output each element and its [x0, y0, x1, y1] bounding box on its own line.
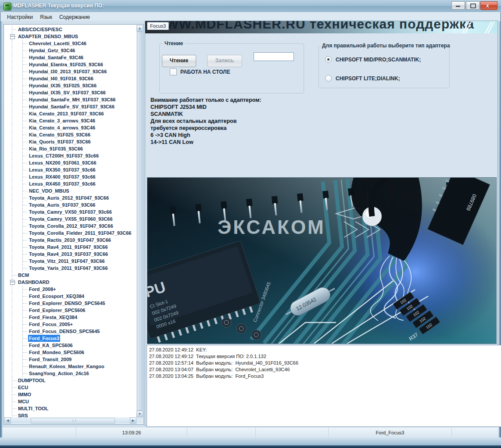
tree-item[interactable]: Lexus_RX450_91F037_93c66 [4, 180, 136, 187]
maximize-button[interactable] [466, 1, 480, 10]
radio-button[interactable] [325, 75, 332, 82]
tree-guide-line [12, 82, 12, 89]
close-button[interactable]: x [480, 1, 497, 10]
tree-item[interactable]: Toyota_Corolla_2012_91F047_93C66 [4, 222, 136, 229]
tree-item[interactable]: Hyundai_SantaFe_MH_91F037_93C66 [4, 96, 136, 103]
tree-item[interactable]: Renault_Koleos_Master_Kangoo [4, 363, 136, 370]
tree-item[interactable]: Kia_Quoris_91F037_93C66 [4, 138, 136, 145]
tree-item[interactable]: Ford_Focus_2005+ [4, 321, 136, 328]
menu-item[interactable]: Настройки [4, 14, 36, 21]
tree-item[interactable]: Toyota_Corolla_Fielder_2011_91F047_93C66 [4, 229, 136, 237]
tree-item[interactable]: Toyota_Camry_VX55_91F060_93C66 [4, 215, 136, 222]
tree-item[interactable]: Kia_Rio_91F035_93C66 [4, 145, 136, 152]
tree-item-label: Hyundai_SantaFe_MH_91F037_93C66 [28, 96, 116, 103]
tree-item[interactable]: Toyota_Auris_91F037_93C66 [4, 201, 136, 208]
tree-item[interactable]: Ford_Mondeo_SPC5606 [4, 349, 136, 356]
menu-item[interactable]: Язык [37, 14, 55, 21]
module-tree[interactable]: ABS/CDC/ESP/ESCADAPTER_DENSO_MBUSChevrol… [4, 25, 136, 417]
scroll-down-icon[interactable]: ▼ [136, 411, 143, 417]
tree-item[interactable]: Ford_Explorer_DENSO_SPC5645 [4, 300, 136, 307]
log-line: 27.08.2020 12:49:12 Текущая вверсия ПО: … [149, 353, 499, 360]
tree-item[interactable]: MCU [4, 398, 136, 405]
tree-item[interactable]: Hyundai_SantaFe_SV_91F037_93C66 [4, 103, 136, 110]
tree-item[interactable]: Toyota_Ractis_2010_91F047_93C66 [4, 237, 136, 244]
tree-item[interactable]: SsangYong_Action_24c16 [4, 370, 136, 377]
write-button[interactable]: Запись [207, 55, 242, 67]
scroll-right-icon[interactable]: ▶ [130, 417, 136, 424]
tree-item[interactable]: Kia_Cerato_91F025_93C66 [4, 131, 136, 138]
tree-item[interactable]: Toyota_Rav4_2013_91F037_93C66 [4, 251, 136, 258]
tree-item[interactable]: Kia_Cerato_4_arrows_93C46 [4, 124, 136, 131]
read-button[interactable]: Чтение [162, 55, 196, 67]
tree-item[interactable]: Lexus_NX200_91F061_93C66 [4, 159, 136, 166]
tab-focus3[interactable]: Focus3 [147, 22, 169, 30]
vertical-scrollbar[interactable]: ▲ ▼ [136, 25, 143, 417]
tree-item[interactable]: Lexus_RX400_91F037_93c66 [4, 173, 136, 180]
tree-guide-line [12, 96, 12, 103]
tree-guide-line [12, 244, 12, 251]
tree-item[interactable]: Hyundai_I30_2013_91F037_93C66 [4, 68, 136, 75]
tree-item[interactable]: Hyundai_Elantra_91F025_93C66 [4, 61, 136, 68]
tree-item[interactable]: Chevrolet_Lacetti_93C46 [4, 40, 136, 47]
tree-item[interactable]: Toyota_Auris_2012_91F047_93C66 [4, 194, 136, 201]
tree-item[interactable]: Ford_Focus_DENSO_SPC5645 [4, 328, 136, 335]
collapse-icon[interactable] [10, 280, 15, 285]
tree-item[interactable]: Lexus_CT200H_91F037_93c66 [4, 152, 136, 159]
tree-guide-stub [23, 296, 27, 297]
log-output[interactable]: 27.08.2020 12:49:12 KEY:27.08.2020 12:49… [147, 345, 501, 427]
tree-item[interactable]: Ford_KA_SPC5606 [4, 342, 136, 349]
tree-item[interactable]: Kia_Cerato_3_arrows_93C46 [4, 117, 136, 124]
tree-item[interactable]: ABS/CDC/ESP/ESC [4, 26, 136, 33]
status-cell [256, 427, 329, 438]
tree-item[interactable]: Ford_Fiesta_XEQ384 [4, 314, 136, 321]
tree-item[interactable]: Toyota_Rav4_2011_91F047_93C66 [4, 244, 136, 251]
collapse-icon[interactable] [10, 34, 15, 39]
tree-item[interactable]: Hyundai_I40_91F016_93C66 [4, 75, 136, 82]
tree-item[interactable]: Toyota_Camry_VX50_91F037_93c66 [4, 208, 136, 215]
tree-item[interactable]: Lexus_RX350_91F037_93c66 [4, 166, 136, 173]
tree-guide-line [12, 293, 12, 300]
tree-guide-stub [23, 359, 27, 360]
vertical-scroll-thumb[interactable] [137, 32, 143, 411]
minimize-button[interactable] [451, 1, 465, 10]
tree-item[interactable]: Ford_Ecosport_XEQ384 [4, 293, 136, 300]
tree-item[interactable]: Hyndai_Getz_93C46 [4, 47, 136, 54]
scroll-up-icon[interactable]: ▲ [136, 25, 143, 32]
tree-item[interactable]: Hyundai_IX35_SV_91F037_93C66 [4, 89, 136, 96]
tree-item[interactable]: Hyndai_SantaFe_93C46 [4, 54, 136, 61]
tree-item[interactable]: IMMO [4, 391, 136, 398]
horizontal-scroll-thumb[interactable] [31, 418, 115, 424]
tree-item[interactable]: NEC_VDO_MBUS [4, 187, 136, 194]
tree-item[interactable]: Toyota_Yaris_2011_91F047_93C66 [4, 265, 136, 272]
tree-item-label: Lexus_NX200_91F061_93C66 [28, 159, 97, 166]
support-banner: WWW.MDFLASHER.RU техническая поддержка [145, 21, 497, 33]
tree-item[interactable]: SRS [4, 412, 136, 417]
tree-item[interactable]: Kia_Cerato_2013_91F037_93C66 [4, 110, 136, 117]
radio-button[interactable] [325, 56, 332, 63]
tree-guide-stub [23, 128, 27, 128]
value-input[interactable] [254, 52, 294, 61]
tree-item[interactable]: ADAPTER_DENSO_MBUS [4, 33, 136, 40]
title-bar[interactable]: MDFLASHER Текущая вверсия ПО: x [0, 0, 501, 12]
tree-item[interactable]: Hyundai_IX35_91F025_93C66 [4, 82, 136, 89]
tree-guide-line [12, 314, 12, 321]
tree-item[interactable]: BCM [4, 272, 136, 279]
adapter-option: CHIPSOFT MID/PRO;SCANMATIK; [325, 56, 421, 63]
horizontal-scrollbar[interactable]: ◀ ▶ [4, 417, 136, 424]
tree-item[interactable]: Ford_Explorer_SPC5606 [4, 307, 136, 314]
tree-guide-stub [23, 100, 27, 100]
tree-item[interactable]: DUMPTOOL [4, 377, 136, 384]
tree-item[interactable]: MULTI_TOOL [4, 405, 136, 412]
tree-guide-line [12, 286, 12, 293]
tree-item-label: ADAPTER_DENSO_MBUS [17, 33, 79, 40]
tree-item[interactable]: DASHBOARD [4, 279, 136, 286]
tree-item-label: Toyota_Yaris_2011_91F047_93C66 [28, 265, 109, 272]
tree-item[interactable]: Ford_2008+ [4, 286, 136, 293]
tree-item[interactable]: ECU [4, 384, 136, 391]
bench-mode-checkbox[interactable] [170, 68, 177, 75]
scroll-left-icon[interactable]: ◀ [4, 417, 11, 424]
tree-item[interactable]: Toyota_Vitz_2011_91F047_93C66 [4, 258, 136, 265]
menu-item[interactable]: Содержание [56, 14, 93, 21]
tree-item[interactable]: Ford_Transit_2009 [4, 356, 136, 363]
tree-item[interactable]: Ford_Focus3 [4, 335, 136, 342]
